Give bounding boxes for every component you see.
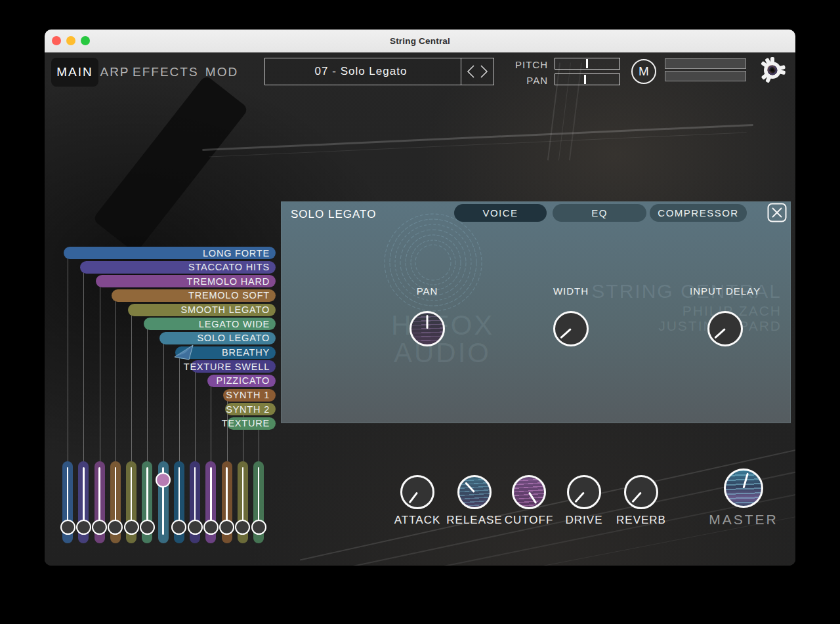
level-meter-left [665, 58, 746, 69]
preset-next-icon[interactable] [481, 66, 487, 77]
panel-tab-eq[interactable]: EQ [553, 204, 646, 222]
mixer-fader-knob[interactable] [140, 520, 155, 535]
plugin-content: MAINARPEFFECTSMOD 07 - Solo Legato PITCH… [45, 52, 795, 566]
knob-master[interactable] [724, 468, 763, 508]
knob-release[interactable] [457, 475, 492, 509]
articulation-guide-line [179, 358, 180, 461]
panel-knob-label: INPUT DELAY [669, 285, 781, 297]
brand-watermark-line2: AUDIO [394, 337, 491, 369]
knob-pointer [631, 491, 642, 503]
articulation-edit-panel: HTFOX AUDIO STRING CENTRAL PHILIP ZACH J… [281, 201, 791, 423]
panel-knob-label: PAN [371, 285, 483, 297]
tab-effects[interactable]: EFFECTS [133, 58, 196, 87]
preset-selector[interactable]: 07 - Solo Legato [264, 58, 494, 85]
articulation-bar-smooth-legato[interactable]: SMOOTH LEGATO [128, 304, 276, 316]
mixer-fader-line [146, 467, 148, 527]
pitch-label: PITCH [502, 59, 548, 70]
articulation-bar-tremolo-soft[interactable]: TREMOLO SOFT [112, 289, 276, 302]
mixer-fader-line [194, 467, 196, 527]
background-bow-stick [202, 124, 753, 151]
knob-pointer [528, 491, 537, 504]
articulation-bar-texture-swell[interactable]: TEXTURE SWELL [191, 360, 276, 373]
panel-knob-input-delay[interactable] [707, 311, 743, 346]
mixer-fader-line [115, 467, 117, 527]
macos-titlebar: String Central [45, 30, 795, 52]
tab-main[interactable]: MAIN [51, 58, 98, 87]
articulation-guide-line [211, 386, 211, 461]
mixer-fader-knob[interactable] [171, 520, 186, 535]
articulation-guide-line [147, 329, 148, 461]
articulation-bar-long-forte[interactable]: LONG FORTE [64, 247, 276, 259]
panel-tab-compressor[interactable]: COMPRESSOR [650, 204, 747, 222]
articulation-guide-line [259, 429, 259, 461]
background-string [312, 491, 795, 566]
mixer-fader-line [178, 467, 180, 527]
window-title: String Central [45, 30, 795, 52]
mixer-fader-line [226, 467, 228, 527]
mixer-fader-line [83, 467, 85, 527]
articulation-bar-solo-legato[interactable]: SOLO LEGATO [159, 332, 276, 344]
preset-arrows [461, 58, 494, 85]
articulation-guide-line [116, 301, 116, 461]
panel-knob-label: WIDTH [515, 285, 627, 297]
articulation-bar-tremolo-hard[interactable]: TREMOLO HARD [96, 275, 276, 287]
mixer-fader-knob[interactable] [92, 520, 107, 535]
knob-cutoff[interactable] [512, 475, 546, 509]
knob-drive[interactable] [567, 475, 601, 509]
mixer-fader-line [258, 467, 260, 527]
mono-button[interactable]: M [631, 59, 656, 84]
mixer-fader-knob[interactable] [124, 520, 139, 535]
articulation-guide-line [83, 273, 84, 461]
knob-pointer [714, 328, 726, 339]
articulation-bar-pizzicato[interactable]: PIZZICATO [207, 375, 276, 387]
knob-pointer [574, 491, 585, 503]
pitch-slider-handle[interactable] [586, 59, 588, 68]
mixer-fader-knob[interactable] [219, 520, 234, 535]
tab-mod[interactable]: MOD [201, 58, 243, 87]
knob-pointer [409, 491, 419, 503]
articulation-bar-legato-wide[interactable]: LEGATO WIDE [144, 318, 276, 330]
pitch-slider[interactable] [555, 58, 620, 70]
knob-pointer [560, 328, 572, 339]
articulation-guide-line [195, 372, 196, 461]
pan-slider-handle[interactable] [584, 75, 586, 84]
panel-close-button[interactable] [767, 203, 787, 222]
preset-name[interactable]: 07 - Solo Legato [265, 58, 457, 85]
articulation-bar-synth-2[interactable]: SYNTH 2 [225, 403, 276, 415]
mixer-fader-line [98, 467, 100, 527]
articulation-bar-staccato-hits[interactable]: STACCATO HITS [80, 261, 276, 274]
mixer-fader-knob[interactable] [251, 520, 266, 535]
pan-label: PAN [502, 75, 548, 86]
panel-title: SOLO LEGATO [291, 205, 376, 223]
pan-slider[interactable] [555, 73, 620, 85]
mixer-fader-knob[interactable] [188, 520, 203, 535]
mixer-fader-knob[interactable] [203, 520, 219, 535]
mixer-fader-knob[interactable] [235, 520, 250, 535]
settings-gear-icon[interactable] [758, 56, 787, 85]
panel-tab-voice[interactable]: VOICE [454, 204, 547, 222]
mixer-fader-line [131, 467, 133, 527]
lightfox-logo-watermark [381, 210, 486, 315]
preset-prev-icon[interactable] [468, 66, 474, 77]
mixer-fader-line [67, 467, 69, 527]
level-meter-right [665, 71, 746, 81]
panel-knob-pan[interactable] [410, 311, 445, 346]
cursor-arrow-icon [173, 344, 200, 361]
knob-pointer [743, 473, 749, 489]
mixer-fader-knob[interactable] [60, 520, 75, 535]
tab-arp[interactable]: ARP [97, 58, 133, 87]
mixer-fader-knob[interactable] [156, 472, 171, 488]
mixer-fader-knob[interactable] [108, 520, 123, 535]
knob-pointer [465, 482, 475, 493]
mixer-fader-knob[interactable] [76, 520, 91, 535]
articulation-guide-line [68, 259, 68, 461]
panel-knob-width[interactable] [553, 311, 589, 346]
articulation-guide-line [163, 344, 164, 461]
knob-pointer [427, 315, 429, 329]
articulation-bar-synth-1[interactable]: SYNTH 1 [223, 389, 276, 402]
background-string [300, 449, 795, 561]
background-bow-hair [209, 132, 746, 157]
articulation-bar-texture[interactable]: TEXTURE [227, 417, 276, 430]
knob-reverb[interactable] [624, 475, 658, 509]
knob-attack[interactable] [400, 475, 434, 509]
